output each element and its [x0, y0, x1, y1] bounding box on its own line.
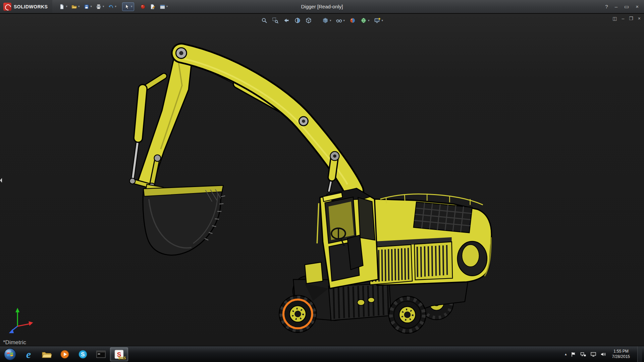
apply-scene-button[interactable]: ▾ [359, 16, 371, 24]
display-style-icon [322, 17, 329, 24]
clock-date: 7/28/2015 [612, 354, 630, 360]
undo-button[interactable]: ▾ [106, 2, 118, 11]
table-icon [159, 4, 165, 10]
save-button[interactable]: ▾ [82, 2, 94, 11]
wheel-rear-left[interactable] [389, 296, 426, 333]
new-document-icon [59, 4, 65, 10]
doc-restore-button[interactable]: ❐ [629, 16, 633, 21]
dropdown-arrow-icon[interactable]: ▾ [78, 5, 80, 8]
orientation-triad [9, 308, 33, 333]
page-pencil-icon [150, 4, 156, 10]
maximize-button[interactable]: ▭ [624, 4, 629, 9]
media-player-icon [60, 349, 70, 359]
rebuild-icon [140, 4, 146, 10]
solidworks-brand: SOLIDWORKS [0, 0, 52, 13]
file-properties-button[interactable] [148, 2, 157, 11]
zoom-to-area-button[interactable] [271, 16, 280, 24]
select-cursor-icon [124, 4, 130, 10]
doc-tile-button[interactable]: ◫ [612, 16, 617, 21]
dropdown-arrow-icon[interactable]: ▾ [368, 19, 370, 22]
clock-time: 1:55 PM [612, 349, 630, 354]
dropdown-arrow-icon[interactable]: ▾ [115, 5, 117, 8]
minimize-button[interactable]: – [615, 4, 618, 9]
document-window-controls: ◫ – ❐ × [612, 16, 641, 21]
taskbar: e S [0, 346, 644, 362]
tray-expand-button[interactable]: ▴ [565, 352, 567, 356]
heads-up-view-toolbar: ▾ ▾ [260, 16, 384, 24]
close-button[interactable]: × [636, 4, 639, 9]
taskbar-solidworks[interactable]: S 2015 [110, 347, 128, 361]
previous-view-button[interactable] [282, 16, 291, 24]
help-button[interactable]: ? [605, 4, 608, 9]
rebuild-button[interactable] [138, 2, 148, 11]
seat [347, 235, 363, 270]
glasses-icon [335, 17, 342, 24]
system-tray: ▴ 1:55 PM 7/28/2015 [565, 346, 644, 362]
view-orientation-button[interactable] [304, 16, 313, 24]
dropdown-arrow-icon[interactable]: ▾ [103, 5, 104, 8]
taskbar-media-player[interactable] [56, 347, 74, 361]
print-button[interactable]: ▾ [94, 2, 106, 11]
graphics-viewport[interactable]: ▾ ▾ [0, 14, 644, 346]
section-view-icon [294, 17, 301, 24]
dropdown-arrow-icon[interactable]: ▾ [382, 19, 383, 22]
undo-icon [108, 4, 114, 10]
brand-label: SOLIDWORKS [14, 4, 48, 9]
dropdown-arrow-icon[interactable]: ▾ [131, 5, 132, 8]
open-document-button[interactable]: ▾ [69, 2, 82, 11]
new-document-button[interactable]: ▾ [57, 2, 69, 11]
view-settings-icon [374, 17, 381, 24]
stick-arm[interactable] [138, 46, 193, 187]
taskbar-command-prompt[interactable] [92, 347, 110, 361]
windows-orb-icon [3, 348, 17, 361]
view-cube-icon [305, 17, 312, 24]
display-style-button[interactable]: ▾ [321, 16, 332, 24]
zoom-to-fit-button[interactable] [260, 16, 269, 24]
desktop: SOLIDWORKS ▾ ▾ [0, 0, 644, 362]
doc-minimize-button[interactable]: – [622, 16, 624, 21]
previous-view-icon [283, 17, 290, 24]
taskbar-windows-explorer[interactable] [38, 347, 56, 361]
titlebar: SOLIDWORKS ▾ ▾ [0, 0, 644, 13]
cab[interactable] [317, 188, 378, 289]
view-orientation-label: *Dimetric [3, 339, 26, 346]
dropdown-arrow-icon[interactable]: ▾ [343, 19, 345, 22]
taskbar-skype[interactable]: S [74, 347, 92, 361]
internet-explorer-icon: e [26, 349, 31, 360]
section-view-button[interactable] [293, 16, 302, 24]
window-title: Digger [Read-only] [301, 4, 343, 9]
dropdown-arrow-icon[interactable]: ▾ [91, 5, 92, 8]
window-controls: ? – ▭ × [605, 4, 644, 9]
doc-close-button[interactable]: × [638, 16, 641, 21]
save-icon [84, 4, 90, 10]
dropdown-arrow-icon[interactable]: ▾ [166, 5, 168, 8]
show-desktop-button[interactable] [637, 346, 642, 362]
network-icon[interactable] [580, 352, 586, 357]
folder-icon [41, 349, 52, 359]
main-toolbar: ▾ ▾ ▾ [52, 2, 169, 11]
dropdown-arrow-icon[interactable]: ▾ [330, 19, 331, 22]
model-canvas[interactable] [0, 14, 644, 346]
svg-text:S: S [81, 351, 85, 358]
skype-icon: S [78, 349, 88, 359]
zoom-to-area-icon [272, 17, 279, 24]
edit-appearance-button[interactable] [348, 16, 357, 24]
taskbar-internet-explorer[interactable]: e [19, 347, 38, 361]
display-icon[interactable] [590, 352, 596, 357]
select-tool-button[interactable]: ▾ [122, 2, 134, 11]
dropdown-arrow-icon[interactable]: ▾ [66, 5, 67, 8]
boom-arm[interactable] [181, 53, 354, 191]
view-settings-button[interactable]: ▾ [373, 16, 384, 24]
wheel-front-left-selected[interactable] [279, 296, 316, 333]
print-icon [96, 4, 102, 10]
action-center-flag-icon[interactable] [571, 352, 576, 357]
zoom-to-fit-icon [261, 17, 268, 24]
open-folder-icon [71, 4, 77, 10]
appearance-ball-icon [349, 17, 356, 24]
hide-show-items-button[interactable]: ▾ [334, 16, 346, 24]
design-table-button[interactable]: ▾ [158, 2, 170, 11]
bucket[interactable] [143, 184, 225, 255]
start-button[interactable] [3, 348, 17, 361]
taskbar-clock[interactable]: 1:55 PM 7/28/2015 [612, 349, 630, 359]
volume-icon[interactable] [600, 352, 606, 357]
